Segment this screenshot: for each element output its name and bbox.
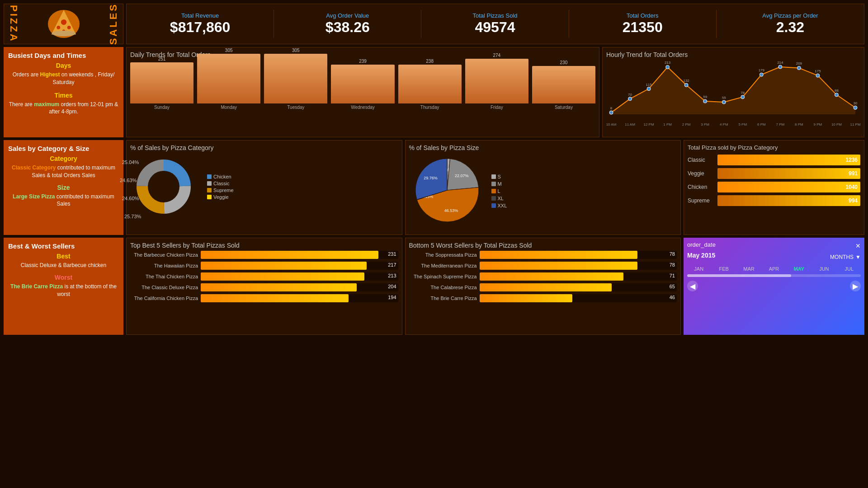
category-panel: Sales by Category & Size Category Classi…	[4, 140, 123, 235]
calendar-month-item[interactable]: JAN	[687, 266, 710, 272]
svg-text:2 PM: 2 PM	[682, 122, 691, 127]
calendar-month-item[interactable]: JUN	[812, 266, 835, 272]
pizza-sold-name: Classic	[688, 157, 715, 163]
top5-title: Top Best 5 Sellers by Total Pizzas Sold	[130, 242, 398, 249]
size-legend: S M L XL XXL	[491, 174, 507, 208]
svg-point-19	[684, 83, 688, 87]
pizza-sold-row: Veggie 991	[688, 168, 860, 179]
calendar-nav: ◀ ▶	[687, 281, 861, 291]
calendar-month-item[interactable]: MAY	[788, 266, 811, 272]
calendar-current-month: May 2015	[687, 252, 715, 259]
bar-label: Thursday	[420, 105, 439, 110]
hourly-trend-panel: Hourly Trend for Total Orders 810 AM7011…	[602, 47, 864, 137]
hbar-value: 65	[670, 284, 675, 289]
svg-text:179: 179	[759, 68, 765, 72]
svg-text:29.76%: 29.76%	[424, 176, 438, 180]
calendar-close-icon[interactable]: ✕	[855, 242, 861, 249]
legend-l: L	[491, 188, 507, 194]
pizza-category-chart-panel: % of Sales by Pizza Category 25.04% 24.6…	[126, 140, 402, 235]
kpi-total-revenue: Total Revenue $817,860	[127, 10, 274, 38]
bar-body	[130, 62, 193, 103]
bar-label: Saturday	[555, 105, 573, 110]
list-item: The Mediterranean Pizza 78	[409, 262, 677, 270]
svg-point-37	[797, 66, 801, 70]
bar-value: 230	[560, 60, 568, 65]
bar-value: 251	[158, 56, 166, 61]
hourly-trend-chart: 810 AM7011 AM11512 PM2131 PM1322 PM593 P…	[606, 60, 860, 128]
pizza-sold-bar-value: 1040	[845, 184, 858, 190]
pizza-sold-bar: 1236	[717, 155, 860, 165]
pizza-category-chart-title: % of Sales by Pizza Category	[130, 144, 398, 151]
legend-veggie: Veggie	[207, 194, 234, 200]
pizza-sold-name: Chicken	[688, 184, 715, 190]
calendar-month-item[interactable]: FEB	[712, 266, 735, 272]
hbar-fill	[480, 294, 572, 302]
svg-text:213: 213	[665, 61, 671, 65]
bar-value: 305	[292, 48, 300, 53]
months-dropdown[interactable]: MONTHS ▼	[830, 254, 861, 260]
hbar-track: 194	[201, 294, 398, 302]
svg-text:209: 209	[796, 61, 802, 66]
best-worst-title: Best & Worst Sellers	[8, 242, 119, 250]
pizza-sold-bar: 991	[717, 168, 860, 179]
svg-text:8: 8	[610, 106, 613, 110]
hbar-track: 213	[201, 272, 398, 281]
legend-xl: XL	[491, 196, 507, 201]
legend-chicken-label: Chicken	[213, 174, 231, 179]
hbar-fill	[201, 251, 378, 259]
category-legend: Chicken Classic Supreme Veggie	[207, 174, 234, 200]
list-item: The Brie Carre Pizza 46	[409, 294, 677, 302]
svg-point-25	[722, 100, 726, 104]
hbar-track: 217	[201, 262, 398, 270]
times-label: Times	[8, 92, 119, 99]
calendar-month-item[interactable]: APR	[762, 266, 785, 272]
calendar-slider[interactable]	[687, 274, 861, 277]
svg-text:132: 132	[683, 79, 689, 83]
bottom5-bars: The Soppressata Pizza 78 The Mediterrane…	[409, 251, 677, 302]
hbar-track: 231	[201, 251, 398, 259]
calendar-month-item[interactable]: JUL	[838, 266, 861, 272]
hbar-value: 78	[670, 262, 675, 267]
svg-point-46	[854, 106, 857, 109]
hbar-fill	[480, 251, 637, 259]
bottom5-panel: Bottom 5 Worst Sellers by Total Pizzas S…	[405, 238, 681, 335]
calendar-next-button[interactable]: ▶	[850, 281, 861, 291]
calendar-panel[interactable]: order_date ✕ May 2015 MONTHS ▼ JANFEBMAR…	[684, 238, 864, 335]
pizza-sold-bar-value: 1236	[845, 157, 858, 163]
logo-sales-text: SALES	[108, 3, 119, 45]
pizza-sold-row: Chicken 1040	[688, 182, 860, 192]
list-item: The California Chicken Pizza 194	[130, 294, 398, 302]
category-highlight: Classic Category	[12, 164, 56, 171]
pizza-sold-bar-value: 991	[849, 170, 858, 177]
pizza-icon	[46, 8, 82, 40]
worst-text: The Brie Carre Pizza is at the bottom of…	[8, 283, 119, 298]
bar-group-thursday: 238Thursday	[398, 59, 462, 110]
size-highlight: Large Size Pizza	[13, 193, 55, 200]
bar-label: Tuesday	[287, 105, 304, 110]
category-text: Classic Category contributed to maximum …	[8, 164, 119, 179]
pizza-sold-row: Supreme 994	[688, 195, 860, 206]
list-item: The Calabrese Pizza 65	[409, 283, 677, 291]
top5-panel: Top Best 5 Sellers by Total Pizzas Sold …	[126, 238, 402, 335]
kpi-total-revenue-value: $817,860	[170, 19, 230, 36]
bar-group-friday: 274Friday	[465, 53, 528, 110]
category-panel-title: Sales by Category & Size	[8, 145, 119, 152]
calendar-month-item[interactable]: MAR	[737, 266, 760, 272]
svg-text:55: 55	[722, 96, 726, 100]
calendar-prev-button[interactable]: ◀	[687, 281, 698, 291]
list-item: The Thai Chicken Pizza 213	[130, 272, 398, 281]
hbar-track: 204	[201, 283, 398, 291]
kpi-avg-order-value: $38.26	[326, 19, 370, 36]
row4: Best & Worst Sellers Best Classic Deluxe…	[4, 238, 864, 335]
hbar-label: The Hawaiian Pizza	[130, 263, 198, 268]
hbar-value: 231	[388, 251, 396, 257]
bar-body	[197, 54, 260, 103]
size-text: Large Size Pizza contributed to maximum …	[8, 193, 119, 208]
bar-label: Sunday	[154, 105, 170, 110]
row2: Busiest Days and Times Days Orders are H…	[4, 47, 864, 137]
legend-classic-label: Classic	[213, 181, 229, 186]
hbar-label: The Calabrese Pizza	[409, 285, 477, 290]
bar-label: Friday	[491, 105, 503, 110]
category-label: Category	[8, 155, 119, 162]
bar-value: 238	[426, 59, 434, 64]
